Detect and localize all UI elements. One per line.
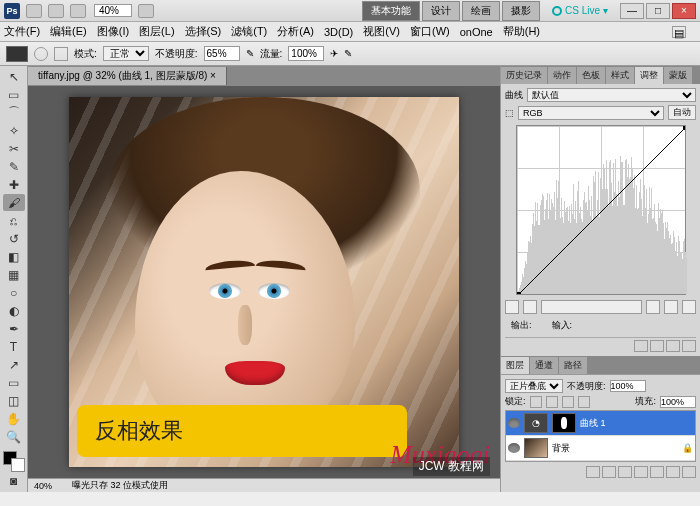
lock-trans-icon[interactable] bbox=[530, 396, 542, 408]
visibility-icon[interactable] bbox=[508, 443, 520, 453]
menu-image[interactable]: 图像(I) bbox=[97, 24, 129, 39]
flow-input[interactable] bbox=[288, 46, 324, 61]
history-brush-tool[interactable]: ↺ bbox=[3, 230, 25, 247]
tab-layers[interactable]: 图层 bbox=[501, 357, 529, 374]
hand-icon[interactable] bbox=[138, 4, 154, 18]
mask-thumb[interactable] bbox=[552, 413, 576, 433]
brush-preset-icon[interactable] bbox=[6, 46, 28, 62]
visibility-icon[interactable] bbox=[508, 418, 520, 428]
new-layer-icon[interactable] bbox=[666, 466, 680, 478]
cslive-button[interactable]: CS Live ▾ bbox=[552, 5, 608, 16]
curve-draw-icon[interactable] bbox=[505, 300, 519, 314]
document-tab[interactable]: tiffany.jpg @ 32% (曲线 1, 图层蒙版/8) × bbox=[28, 67, 227, 85]
minimize-button[interactable]: — bbox=[620, 3, 644, 19]
link-icon[interactable] bbox=[586, 466, 600, 478]
channel-icon[interactable]: ⬚ bbox=[505, 108, 514, 118]
color-swatches[interactable] bbox=[3, 451, 25, 472]
move-tool[interactable]: ↖ bbox=[3, 68, 25, 85]
tab-channels[interactable]: 通道 bbox=[530, 357, 558, 374]
menu-view[interactable]: 视图(V) bbox=[363, 24, 400, 39]
menu-onone[interactable]: onOne bbox=[460, 26, 493, 38]
eraser-tool[interactable]: ◧ bbox=[3, 248, 25, 265]
menu-3d[interactable]: 3D(D) bbox=[324, 26, 353, 38]
brush-tool[interactable]: 🖌 bbox=[3, 194, 25, 211]
fill-input[interactable] bbox=[660, 396, 696, 408]
stamp-tool[interactable]: ⎌ bbox=[3, 212, 25, 229]
opacity-pressure-icon[interactable]: ✎ bbox=[246, 48, 254, 59]
lock-pos-icon[interactable] bbox=[562, 396, 574, 408]
crop-tool[interactable]: ✂ bbox=[3, 140, 25, 157]
viewextra-icon[interactable] bbox=[70, 4, 86, 18]
airbrush-icon[interactable]: ✈ bbox=[330, 48, 338, 59]
panel-menu-icon[interactable]: ▤ bbox=[672, 26, 686, 38]
close-button[interactable]: × bbox=[672, 3, 696, 19]
adj-return-icon[interactable] bbox=[634, 340, 648, 352]
wand-tool[interactable]: ✧ bbox=[3, 122, 25, 139]
minibridge-icon[interactable] bbox=[48, 4, 64, 18]
eyedropper-tool[interactable]: ✎ bbox=[3, 158, 25, 175]
quickmask-tool[interactable]: ◙ bbox=[3, 473, 25, 490]
bridge-icon[interactable] bbox=[26, 4, 42, 18]
menu-help[interactable]: 帮助(H) bbox=[503, 24, 540, 39]
brush-panel-icon[interactable] bbox=[54, 47, 68, 61]
layer-thumb[interactable] bbox=[524, 438, 548, 458]
channel-select[interactable]: RGB bbox=[518, 106, 664, 120]
lock-all-icon[interactable] bbox=[578, 396, 590, 408]
layer-row[interactable]: 背景 🔒 bbox=[506, 436, 695, 461]
tab-paths[interactable]: 路径 bbox=[559, 357, 587, 374]
mask-icon[interactable] bbox=[618, 466, 632, 478]
hand-tool[interactable]: ✋ bbox=[3, 411, 25, 428]
path-tool[interactable]: ↗ bbox=[3, 357, 25, 374]
workspace-painting[interactable]: 绘画 bbox=[462, 1, 500, 21]
eyedrop-black-icon[interactable] bbox=[646, 300, 660, 314]
layer-opacity-input[interactable] bbox=[610, 380, 646, 392]
workspace-essentials[interactable]: 基本功能 bbox=[362, 1, 420, 21]
menu-window[interactable]: 窗口(W) bbox=[410, 24, 450, 39]
menu-edit[interactable]: 编辑(E) bbox=[50, 24, 87, 39]
adj-view-icon[interactable] bbox=[650, 340, 664, 352]
blur-tool[interactable]: ○ bbox=[3, 285, 25, 302]
pen-tool[interactable]: ✒ bbox=[3, 321, 25, 338]
menu-layer[interactable]: 图层(L) bbox=[139, 24, 174, 39]
zoom-select[interactable]: 40% bbox=[94, 4, 132, 17]
opacity-input[interactable] bbox=[204, 46, 240, 61]
adjustment-icon[interactable] bbox=[634, 466, 648, 478]
menu-analysis[interactable]: 分析(A) bbox=[277, 24, 314, 39]
brush-size-icon[interactable] bbox=[34, 47, 48, 61]
menu-select[interactable]: 选择(S) bbox=[185, 24, 222, 39]
workspace-photography[interactable]: 摄影 bbox=[502, 1, 540, 21]
workspace-design[interactable]: 设计 bbox=[422, 1, 460, 21]
shape-tool[interactable]: ▭ bbox=[3, 375, 25, 392]
auto-button[interactable]: 自动 bbox=[668, 105, 696, 120]
canvas[interactable]: 反相效果 Muxiaoai JCW 教程网 bbox=[28, 86, 500, 478]
adjustment-thumb[interactable]: ◔ bbox=[524, 413, 548, 433]
curve-smooth-icon[interactable] bbox=[523, 300, 537, 314]
tab-adjustments[interactable]: 调整 bbox=[635, 67, 663, 84]
3d-tool[interactable]: ◫ bbox=[3, 393, 25, 410]
tablet-pressure-icon[interactable]: ✎ bbox=[344, 48, 352, 59]
tab-swatches[interactable]: 色板 bbox=[577, 67, 605, 84]
menu-filter[interactable]: 滤镜(T) bbox=[231, 24, 267, 39]
eyedrop-gray-icon[interactable] bbox=[664, 300, 678, 314]
eyedrop-white-icon[interactable] bbox=[682, 300, 696, 314]
status-zoom[interactable]: 40% bbox=[34, 481, 52, 491]
marquee-tool[interactable]: ▭ bbox=[3, 86, 25, 103]
tab-actions[interactable]: 动作 bbox=[548, 67, 576, 84]
dodge-tool[interactable]: ◐ bbox=[3, 303, 25, 320]
adj-reset-icon[interactable] bbox=[666, 340, 680, 352]
group-icon[interactable] bbox=[650, 466, 664, 478]
fx-icon[interactable] bbox=[602, 466, 616, 478]
mode-select[interactable]: 正常 bbox=[103, 46, 149, 61]
curves-graph[interactable] bbox=[516, 125, 686, 295]
gradient-tool[interactable]: ▦ bbox=[3, 267, 25, 284]
layer-row[interactable]: ◔ 曲线 1 bbox=[506, 411, 695, 436]
curves-preset-select[interactable]: 默认值 bbox=[527, 88, 696, 102]
adj-delete-icon[interactable] bbox=[682, 340, 696, 352]
menu-file[interactable]: 文件(F) bbox=[4, 24, 40, 39]
maximize-button[interactable]: □ bbox=[646, 3, 670, 19]
tab-masks[interactable]: 蒙版 bbox=[664, 67, 692, 84]
tab-history[interactable]: 历史记录 bbox=[501, 67, 547, 84]
trash-icon[interactable] bbox=[682, 466, 696, 478]
zoom-tool[interactable]: 🔍 bbox=[3, 429, 25, 446]
lock-paint-icon[interactable] bbox=[546, 396, 558, 408]
